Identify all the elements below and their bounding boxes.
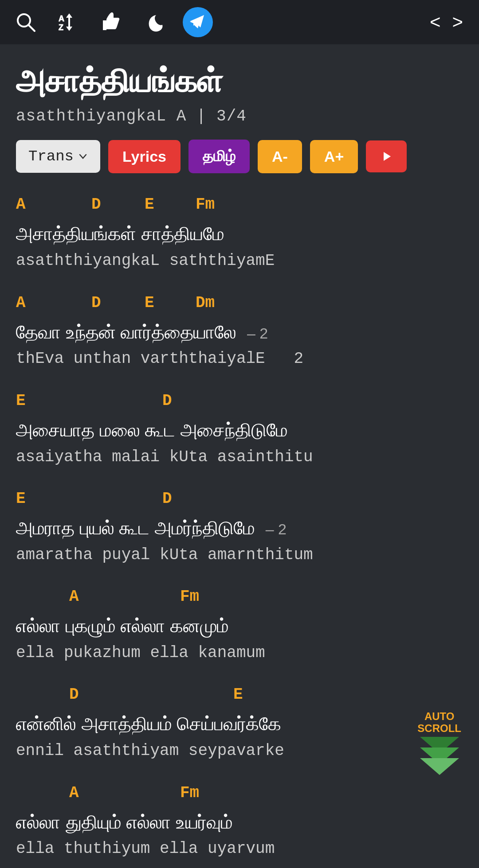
lyrics-block-2: A D E Dm தேவா உந்தன் வார்த்தையாலே – 2 th…	[16, 294, 463, 370]
chord-E6: E	[233, 685, 243, 704]
chords-row-5: A Fm	[16, 588, 463, 611]
lyrics-block-3: E D அசையாத மலை கூட அசைந்திடுமே asaiyatha…	[16, 392, 463, 468]
chord-Fm7: Fm	[180, 784, 199, 802]
svg-marker-5	[384, 152, 391, 161]
lyric-tamil-1: அசாத்தியங்கள் சாத்தியமே	[16, 221, 463, 247]
lyrics-block-1: A D E Fm அசாத்தியங்கள் சாத்தியமே asathth…	[16, 195, 463, 272]
top-bar-left: A Z	[12, 7, 410, 37]
chords-row-3: E D	[16, 392, 463, 415]
chord-A1: A	[16, 195, 26, 214]
chords-row-7: A Fm	[16, 784, 463, 807]
lyric-trans-2: thEva unthan varththaiyalE 2	[16, 348, 463, 370]
chord-E4: E	[16, 490, 26, 508]
auto-scroll-text: AUTOSCROLL	[417, 711, 461, 734]
lyric-trans-1: asaththiyangkaL saththiyamE	[16, 250, 463, 272]
lyric-tamil-7: எல்லா துதியும் எல்லா உயர்வும்	[16, 810, 463, 836]
lyrics-block-7: A Fm எல்லா துதியும் எல்லா உயர்வும் ella …	[16, 784, 463, 860]
controls-row: Trans Lyrics தமிழ் A- A+	[16, 140, 463, 173]
main-content: அசாத்தியங்கள் asaththiyangkaL A | 3/4 Tr…	[0, 44, 479, 868]
chord-D2: D	[91, 294, 101, 312]
chord-D3: D	[162, 392, 172, 410]
trans-dropdown[interactable]: Trans	[16, 140, 100, 173]
trans-label: Trans	[28, 148, 74, 165]
repeat-2: – 2	[247, 325, 268, 342]
lyrics-block-4: E D அமராத புயல் கூட அமர்ந்திடுமே – 2 ama…	[16, 490, 463, 566]
chord-E2: E	[145, 294, 154, 312]
chord-Fm5: Fm	[180, 588, 199, 606]
lyric-tamil-5: எல்லா புகழும் எல்லா கனமும்	[16, 613, 463, 639]
lyric-trans-3: asaiyatha malai kUta asainthitu	[16, 446, 463, 468]
search-button[interactable]	[12, 9, 39, 35]
chord-Dm2: Dm	[196, 294, 215, 312]
lyric-trans-7: ella thuthiyum ella uyarvum	[16, 838, 463, 860]
top-bar-right: < >	[426, 13, 467, 31]
auto-scroll-arrows	[420, 737, 459, 775]
chord-D6: D	[69, 685, 79, 704]
lyric-tamil-2: தேவா உந்தன் வார்த்தையாலே – 2	[16, 319, 463, 346]
prev-button[interactable]: <	[426, 13, 444, 31]
sort-az-button[interactable]: A Z	[55, 9, 82, 35]
chord-D1: D	[91, 195, 101, 214]
chord-D4: D	[162, 490, 172, 508]
youtube-button[interactable]	[366, 140, 407, 172]
chord-Fm1: Fm	[196, 195, 215, 214]
repeat-4: – 2	[266, 521, 287, 537]
lyrics-block-6: D E என்னில் அசாத்தியம் செய்பவர்க்கே enni…	[16, 685, 463, 762]
lyric-trans-6: ennil asaththiyam seypavarke	[16, 740, 463, 762]
chord-E3: E	[16, 392, 26, 410]
svg-text:Z: Z	[59, 23, 63, 32]
telegram-button[interactable]	[183, 7, 213, 37]
lyrics-block-5: A Fm எல்லா புகழும் எல்லா கனமும் ella puk…	[16, 588, 463, 664]
chord-A2: A	[16, 294, 26, 312]
lyric-trans-4: amaratha puyal kUta amarnthitum	[16, 544, 463, 566]
tamil-button[interactable]: தமிழ்	[188, 140, 250, 173]
lyric-tamil-3: அசையாத மலை கூட அசைந்திடுமே	[16, 417, 463, 444]
chord-A7: A	[69, 784, 79, 802]
next-button[interactable]: >	[448, 13, 467, 31]
lyric-trans-5: ella pukazhum ella kanamum	[16, 642, 463, 664]
top-bar: A Z < >	[0, 0, 479, 44]
lyric-tamil-6: என்னில் அசாத்தியம் செய்பவர்க்கே	[16, 711, 463, 737]
song-subtitle: asaththiyangkaL A | 3/4	[16, 107, 463, 125]
like-button[interactable]	[98, 9, 124, 35]
chords-row-6: D E	[16, 685, 463, 708]
chord-E1: E	[145, 195, 154, 214]
auto-scroll-button[interactable]: AUTOSCROLL	[413, 706, 466, 779]
chords-row-2: A D E Dm	[16, 294, 463, 317]
font-increase-button[interactable]: A+	[310, 140, 358, 173]
lyrics-button[interactable]: Lyrics	[108, 140, 181, 173]
chords-row-4: E D	[16, 490, 463, 513]
song-title: அசாத்தியங்கள்	[16, 62, 463, 100]
font-decrease-button[interactable]: A-	[258, 140, 302, 173]
svg-text:A: A	[59, 14, 64, 23]
chord-A5: A	[69, 588, 79, 606]
svg-line-1	[28, 25, 35, 31]
night-mode-button[interactable]	[140, 9, 167, 35]
lyric-tamil-4: அமராத புயல் கூட அமர்ந்திடுமே – 2	[16, 515, 463, 541]
chords-row-1: A D E Fm	[16, 195, 463, 218]
